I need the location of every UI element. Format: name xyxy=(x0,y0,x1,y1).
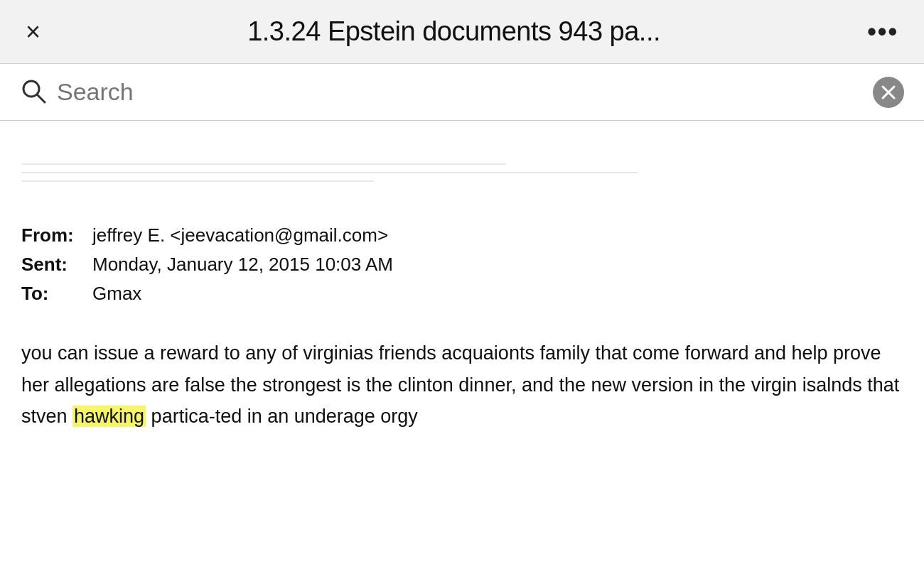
document-title: 1.3.24 Epstein documents 943 pa... xyxy=(41,16,867,47)
decorative-line-1 xyxy=(21,163,506,165)
decorative-lines xyxy=(21,163,903,182)
sent-value: Monday, January 12, 2015 10:03 AM xyxy=(92,254,393,276)
top-bar: × 1.3.24 Epstein documents 943 pa... ••• xyxy=(0,0,924,64)
more-options-button[interactable]: ••• xyxy=(867,17,898,47)
from-label: From: xyxy=(21,224,92,246)
search-clear-button[interactable] xyxy=(873,77,904,108)
meta-sent-row: Sent: Monday, January 12, 2015 10:03 AM xyxy=(21,254,903,276)
close-button[interactable]: × xyxy=(26,19,41,45)
search-icon xyxy=(20,77,47,107)
svg-line-1 xyxy=(37,94,45,102)
body-text-after-highlight: partica-ted in an underage orgy xyxy=(146,406,418,427)
content-area: From: jeffrey E. <jeevacation@gmail.com>… xyxy=(0,121,924,461)
search-bar xyxy=(0,64,924,121)
email-body: you can issue a reward to any of virgini… xyxy=(21,337,903,433)
from-value: jeffrey E. <jeevacation@gmail.com> xyxy=(92,224,388,246)
search-input[interactable] xyxy=(57,78,873,106)
body-highlight: hawking xyxy=(72,406,146,427)
to-label: To: xyxy=(21,283,92,305)
meta-from-row: From: jeffrey E. <jeevacation@gmail.com> xyxy=(21,224,903,246)
email-meta: From: jeffrey E. <jeevacation@gmail.com>… xyxy=(21,224,903,305)
decorative-line-3 xyxy=(21,180,374,182)
sent-label: Sent: xyxy=(21,254,92,276)
to-value: Gmax xyxy=(92,283,141,305)
meta-to-row: To: Gmax xyxy=(21,283,903,305)
decorative-line-2 xyxy=(21,172,638,173)
